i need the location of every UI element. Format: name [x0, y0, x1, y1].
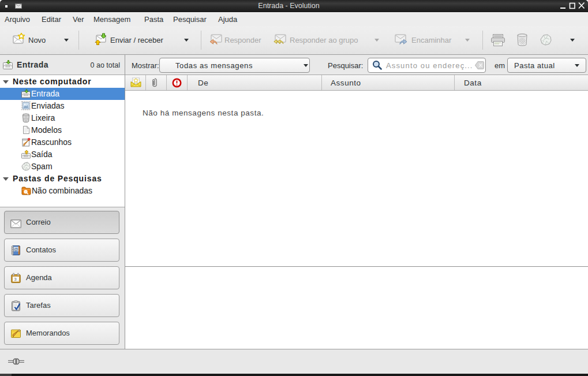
svg-text:@: @: [14, 247, 18, 252]
svg-text:3: 3: [14, 277, 17, 282]
